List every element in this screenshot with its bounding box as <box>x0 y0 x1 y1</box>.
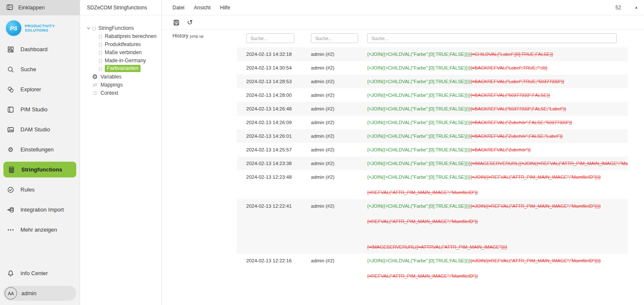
diff-line: {=JOIN({=CHILDVAL("Farbe";[0];TRUE;FALSE… <box>367 75 628 88</box>
removed-text: {=JOIN({=REFVAL("ATTR_PIM_MAIN_IMAGE";"M… <box>470 258 601 263</box>
sidebar-item-label: Suche <box>20 66 36 73</box>
gear-icon: ⚙ <box>92 73 98 80</box>
kept-text: {=JOIN({=CHILDVAL("Farbe";[0];TRUE;FALSE… <box>367 120 470 125</box>
sidebar-footer: Info Center AA admin <box>0 263 80 305</box>
history-user: admin (#2) <box>311 254 367 283</box>
braces-icon: {;} <box>98 34 102 39</box>
history-row[interactable]: 2024-02-13 14:30:54admin (#2){=JOIN({=CH… <box>237 61 628 75</box>
removed-text: {=BACKREFVAL("Label";TRUE;"50377333")} <box>470 79 564 84</box>
history-row[interactable]: 2024-02-13 14:28:53admin (#2){=JOIN({=CH… <box>237 75 628 88</box>
save-button[interactable] <box>172 19 180 26</box>
tree-item-farbvarianten[interactable]: {;}Farbvarianten <box>86 64 161 73</box>
tree-item-label: Mappings <box>101 82 123 88</box>
sidebar-item-dam-studio[interactable]: DAM Studio <box>0 119 80 139</box>
avatar: AA <box>5 287 17 299</box>
mapping-icon: ⇄ <box>92 82 98 87</box>
history-row[interactable]: 2024-02-13 14:28:00admin (#2){=JOIN({=CH… <box>237 88 628 102</box>
tree-item-made-in-germany[interactable]: {;}Made-in-Germany <box>86 56 161 64</box>
tree-item-maße-verbinden[interactable]: {;}Maße verbinden <box>86 48 161 56</box>
history-row[interactable]: 2024-02-13 14:26:09admin (#2){=JOIN({=CH… <box>237 116 628 129</box>
search-value-input[interactable] <box>367 33 617 43</box>
sidebar-item-mehr-anzeigen[interactable]: Mehr anzeigen <box>0 220 80 240</box>
app-window: Einklappen PS PRODUCTIVITY SOLUTIONS Das… <box>0 0 644 305</box>
collapse-label: Einklappen <box>18 5 45 11</box>
tree-item-label: Produktfeatures <box>105 41 141 47</box>
history-row[interactable]: 2024-02-13 14:26:01admin (#2){=JOIN({=CH… <box>237 129 628 143</box>
history-value-diff: {=JOIN({=CHILDVAL("Farbe";[0];TRUE;FALSE… <box>367 199 628 254</box>
refresh-button[interactable]: ↺ <box>187 19 193 26</box>
tree-item-label: Context <box>101 90 118 96</box>
sidebar-item-explorer[interactable]: Explorer <box>0 79 80 99</box>
sidebar-item-integration-import[interactable]: Integration Import <box>0 200 80 220</box>
history-value-diff: {=JOIN({=CHILDVAL("Farbe";[0];TRUE;FALSE… <box>367 61 628 75</box>
context-icon <box>92 90 98 96</box>
removed-text: {=REFVAL("ATTR_PIM_MAIN_IMAGE";"MamfileI… <box>367 219 478 224</box>
menu-hilfe[interactable]: Hilfe <box>220 5 230 11</box>
scroll-top-icon[interactable]: ▲ <box>635 6 638 9</box>
tree-item-produktfeatures[interactable]: {;}Produktfeatures <box>86 40 161 48</box>
dam-studio-icon <box>6 126 15 134</box>
history-value-diff: {=JOIN({=CHILDVAL("Farbe";[0];TRUE;FALSE… <box>367 129 628 143</box>
history-row[interactable]: 2024-02-13 12:22:41admin (#2){=JOIN({=CH… <box>237 199 628 254</box>
menubar: DateiAnsichtHilfe 52 ▲ <box>162 0 644 15</box>
tree-item-stringfunctions[interactable]: {;}StringFunctions <box>86 24 161 32</box>
braces-icon: {;} <box>98 66 102 71</box>
diff-line: {=JOIN({=CHILDVAL("Farbe";[0];TRUE;FALSE… <box>367 102 628 116</box>
sidebar-item-label: Integration Import <box>20 206 64 213</box>
history-count: 52 <box>615 5 621 11</box>
diff-line: {=JOIN({=CHILDVAL("Farbe";[0];TRUE;FALSE… <box>367 199 628 213</box>
history-table: 2024-02-13 14:32:18admin (#2){=JOIN({=CH… <box>237 30 628 283</box>
history-row[interactable]: 2024-02-13 14:26:48admin (#2){=JOIN({=CH… <box>237 102 628 116</box>
sidebar-item-dashboard[interactable]: Dashboard <box>0 39 80 59</box>
function-tree: {;}StringFunctions{;}Rabattpreis berechn… <box>80 15 161 97</box>
menu-datei[interactable]: Datei <box>172 5 184 11</box>
history-row[interactable]: 2024-02-13 14:25:57admin (#2){=JOIN({=CH… <box>237 143 628 157</box>
history-row[interactable]: 2024-02-13 12:22:16admin (#2){=JOIN({=CH… <box>237 254 628 283</box>
tree-item-context[interactable]: Context <box>86 89 161 97</box>
search-user-input[interactable] <box>311 33 358 43</box>
removed-text: {=REFVAL("ATTR_PIM_MAIN_IMAGE";"MamfileI… <box>367 273 478 279</box>
history-row[interactable]: 2024-02-13 12:23:48admin (#2){=JOIN({=CH… <box>237 170 628 199</box>
search-time-input[interactable] <box>246 33 294 43</box>
toolbar: ↺ <box>162 15 644 30</box>
tree-item-rabattpreis-berechnen[interactable]: {;}Rabattpreis berechnen <box>86 32 161 40</box>
removed-text: {=BACKREFVAL("50377333";FALSE)} <box>470 93 550 98</box>
history-timestamp: 2024-02-13 14:28:53 <box>246 75 311 88</box>
user-name: admin <box>21 290 36 296</box>
history-user: admin (#2) <box>311 61 367 75</box>
sidebar-item-pim-studio[interactable]: PIM Studio <box>0 99 80 119</box>
removed-text: {=JOIN({=REFVAL("ATTR_PIM_MAIN_IMAGE";"M… <box>470 203 601 209</box>
diff-line: {=REFVAL("ATTR_PIM_MAIN_IMAGE";"MamfileI… <box>367 269 628 283</box>
braces-icon: {;} <box>98 50 102 55</box>
chevron-down-icon[interactable] <box>86 26 92 31</box>
tree-item-mappings[interactable]: ⇄Mappings <box>86 81 161 89</box>
diff-line: {=JOIN({=CHILDVAL("Farbe";[0];TRUE;FALSE… <box>367 254 628 267</box>
sidebar-item-suche[interactable]: Suche <box>0 59 80 79</box>
tree-item-variables[interactable]: ⚙Variables <box>86 73 161 81</box>
sidebar-item-info-center[interactable]: Info Center <box>0 263 80 283</box>
history-timestamp: 2024-02-13 14:23:38 <box>246 157 311 170</box>
kept-text: {=JOIN({=CHILDVAL("Farbe";[0];TRUE;FALSE… <box>367 134 470 139</box>
sidebar-item-label: Mehr anzeigen <box>20 227 57 233</box>
user-menu[interactable]: AA admin <box>3 286 76 301</box>
menu-ansicht[interactable]: Ansicht <box>194 5 210 11</box>
braces-icon: {;} <box>98 42 102 47</box>
sidebar-item-stringfunctions[interactable]: Stringfunctions <box>3 162 76 177</box>
sidebar-item-label: Einstellungen <box>20 146 54 153</box>
removed-text: {=BACKREFVAL("Zubehör")} <box>470 147 531 152</box>
diff-line: {=JOIN({=CHILDVAL("Farbe";[0];TRUE;FALSE… <box>367 170 628 184</box>
sidebar-item-label: PIM Studio <box>20 106 48 113</box>
history-user: admin (#2) <box>311 199 367 254</box>
diff-line: {=JOIN({=CHILDVAL("Farbe";[0];TRUE;FALSE… <box>367 47 628 61</box>
history-user: admin (#2) <box>311 88 367 102</box>
logo-ps-badge: PS <box>6 20 21 36</box>
collapse-sidebar-button[interactable]: Einklappen <box>0 0 80 15</box>
history-user: admin (#2) <box>311 75 367 88</box>
sidebar-item-einstellungen[interactable]: ⚙Einstellungen <box>0 139 80 160</box>
history-row[interactable]: 2024-02-13 14:32:18admin (#2){=JOIN({=CH… <box>237 47 628 61</box>
history-row[interactable]: 2024-02-13 14:23:38admin (#2){=JOIN({=CH… <box>237 157 628 170</box>
sidebar: Einklappen PS PRODUCTIVITY SOLUTIONS Das… <box>0 0 80 305</box>
history-timestamp: 2024-02-13 14:28:00 <box>246 88 311 102</box>
history-value-diff: {=JOIN({=CHILDVAL("Farbe";[0];TRUE;FALSE… <box>367 157 628 170</box>
sidebar-item-rules[interactable]: Rules <box>0 180 80 200</box>
